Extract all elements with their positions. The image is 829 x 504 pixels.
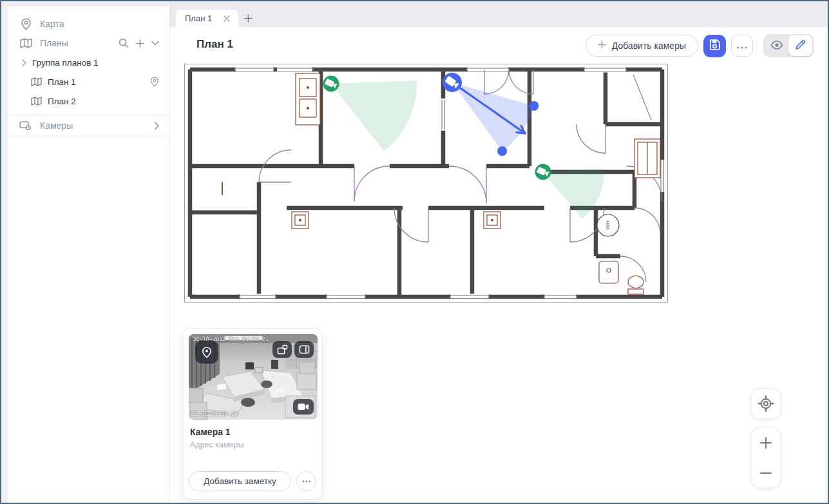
crosshair-icon — [758, 395, 774, 412]
map-pin-icon — [19, 17, 32, 30]
camera-address: Адрес камеры — [190, 440, 243, 449]
sidebar-item-label: План 1 — [48, 77, 150, 87]
selected-camera-marker[interactable] — [443, 73, 538, 156]
tab-close-icon[interactable] — [222, 14, 232, 24]
camera-view-cone — [543, 169, 604, 219]
camera-name: Камера 1 — [190, 427, 231, 437]
arrowhead — [517, 133, 525, 134]
pin-icon — [202, 346, 212, 359]
eye-icon — [770, 41, 783, 51]
plus-icon — [598, 41, 606, 51]
sidebar-item-label: Карта — [40, 19, 159, 29]
main-area: План 1 План 1 Добавить камеры — [170, 1, 828, 503]
sidebar-item-cameras[interactable]: Камеры — [8, 115, 169, 136]
new-tab-button[interactable] — [238, 10, 258, 27]
camera-more-button[interactable] — [296, 471, 316, 491]
camera-thumbnail[interactable]: 30-10-2012 Mon 04:54:21 DS-2CD2420F-IW — [189, 334, 318, 420]
open-in-window-button[interactable] — [272, 341, 292, 358]
sidebar-item-label: Камеры — [40, 120, 154, 131]
tab-plan-1[interactable]: План 1 — [176, 10, 238, 27]
map-icon — [19, 37, 32, 50]
add-cameras-button[interactable]: Добавить камеры — [586, 35, 698, 57]
tab-bar: План 1 — [170, 1, 828, 27]
add-plan-icon[interactable] — [136, 39, 144, 48]
display-icon — [299, 344, 310, 355]
popout-icon — [277, 344, 288, 355]
sidebar-item-plans[interactable]: Планы — [8, 33, 169, 53]
search-icon[interactable] — [119, 38, 129, 48]
camera-view-cone — [331, 80, 417, 151]
cone-resize-handle[interactable] — [529, 101, 538, 111]
sidebar-item-label: Группа планов 1 — [32, 58, 159, 68]
osd-camera-model: DS-2CD2420F-IW — [191, 411, 238, 417]
camera-card[interactable]: 30-10-2012 Mon 04:54:21 DS-2CD2420F-IW К… — [183, 328, 322, 499]
locate-button[interactable] — [750, 388, 781, 419]
camera-overlay — [184, 63, 669, 303]
tab-label: План 1 — [185, 14, 222, 23]
page-title: План 1 — [196, 38, 233, 51]
add-note-button[interactable]: Добавить заметку — [189, 471, 291, 491]
view-mode-switch — [763, 34, 814, 57]
map-icon — [30, 75, 43, 88]
toolbar: Добавить камеры — [586, 34, 814, 57]
live-video-badge — [293, 399, 314, 415]
sidebar-item-plan-1[interactable]: План 1 — [8, 72, 169, 91]
add-cameras-label: Добавить камеры — [612, 41, 686, 51]
floor-plan[interactable]: WH — [184, 63, 669, 303]
camera-view-cone — [452, 82, 534, 151]
placed-on-map-pin-icon — [150, 77, 159, 87]
sidebar-item-label: Планы — [40, 38, 119, 48]
map-icon — [30, 95, 43, 107]
ellipsis-icon — [737, 41, 747, 51]
ellipsis-icon — [302, 480, 311, 483]
save-icon — [709, 39, 721, 53]
chevron-right-icon[interactable] — [21, 56, 27, 69]
cameras-icon — [19, 119, 32, 132]
camcorder-icon — [298, 403, 309, 411]
card-actions: Добавить заметку — [189, 471, 316, 491]
sidebar: Карта Планы Группа планов 1 План 1 — [7, 6, 170, 504]
minus-icon — [759, 467, 772, 480]
camera-marker[interactable] — [535, 164, 605, 219]
zoom-out-button[interactable] — [751, 458, 781, 488]
sidebar-item-map[interactable]: Карта — [8, 14, 169, 33]
sidebar-item-plan-2[interactable]: План 2 — [8, 91, 169, 111]
chevron-right-icon — [154, 122, 159, 130]
camera-marker[interactable] — [323, 76, 417, 151]
cone-resize-handle[interactable] — [497, 146, 507, 156]
edit-mode-button[interactable] — [788, 35, 812, 56]
view-mode-button[interactable] — [765, 35, 788, 56]
chevron-down-icon[interactable] — [151, 41, 159, 46]
zoom-in-button[interactable] — [751, 427, 781, 458]
sidebar-item-label: План 2 — [48, 97, 159, 106]
more-options-button[interactable] — [731, 35, 753, 57]
app-window: { "window": { "border_color": "#51627b",… — [0, 0, 829, 504]
plus-icon — [759, 436, 772, 449]
zoom-control — [750, 427, 781, 489]
pencil-icon — [795, 39, 806, 52]
sidebar-item-plan-group[interactable]: Группа планов 1 — [8, 53, 169, 72]
open-on-display-button[interactable] — [294, 341, 314, 358]
locate-on-plan-button[interactable] — [195, 341, 218, 364]
save-button[interactable] — [703, 35, 726, 57]
